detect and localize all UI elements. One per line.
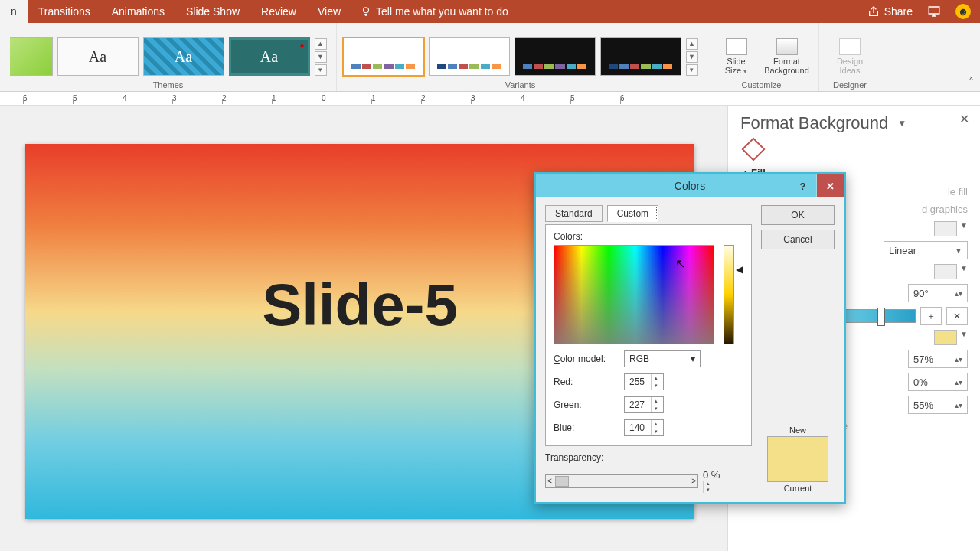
green-field: Green: 227▴▾ <box>554 396 743 413</box>
dialog-tabs: Standard Custom <box>545 205 752 222</box>
current-label: Current <box>784 484 812 493</box>
format-background-button[interactable]: FormatBackground <box>764 38 810 75</box>
ruler-tick: 1 <box>371 94 421 103</box>
caret-icon[interactable]: ▼ <box>960 330 968 345</box>
themes-scroll-down[interactable]: ▼ <box>315 51 327 63</box>
svg-rect-1 <box>929 7 939 14</box>
tab-standard[interactable]: Standard <box>545 205 603 222</box>
variants-scroll-down[interactable]: ▼ <box>686 51 698 63</box>
caret-icon[interactable]: ▼ <box>960 221 968 236</box>
color-model-label: Color model: <box>554 354 618 364</box>
dialog-title: Colors <box>675 180 705 192</box>
theme-thumb-2[interactable]: Aa <box>57 37 139 76</box>
share-icon <box>867 5 880 18</box>
position-spinner[interactable]: 57%▴▾ <box>908 350 968 368</box>
ribbon-tab-strip: n Transitions Animations Slide Show Revi… <box>0 0 980 23</box>
ruler-tick: 0 <box>322 94 371 103</box>
theme-thumb-4[interactable]: Aa● <box>229 37 310 76</box>
paint-bucket-icon[interactable] <box>741 137 765 161</box>
share-button[interactable]: Share <box>867 5 913 18</box>
tab-transitions[interactable]: Transitions <box>28 0 101 23</box>
slide-title: Slide-5 <box>262 270 458 340</box>
present-icon[interactable] <box>926 5 942 18</box>
pane-close-icon[interactable]: ✕ <box>959 112 969 126</box>
transparency-slider[interactable]: < > <box>545 474 698 488</box>
variants-scroll-up[interactable]: ▲ <box>686 38 698 50</box>
account-smiley-icon[interactable]: ☻ <box>956 4 971 19</box>
angle-spinner[interactable]: 90°▴▾ <box>908 284 968 302</box>
theme-aa-label: Aa <box>175 48 192 66</box>
themes-more[interactable]: ▾ <box>315 64 327 76</box>
luminance-slider[interactable]: ◀ <box>724 245 734 344</box>
themes-group-label: Themes <box>153 79 184 90</box>
add-stop-button[interactable]: ＋ <box>920 307 942 325</box>
remove-stop-button[interactable]: ✕ <box>946 307 968 325</box>
lightbulb-icon <box>361 6 371 17</box>
designer-group-label: Designer <box>833 79 867 90</box>
gradient-stop[interactable] <box>877 308 885 326</box>
pane-title-dropdown-icon[interactable]: ▼ <box>897 118 906 129</box>
dialog-titlebar[interactable]: Colors ? ✕ <box>536 174 844 197</box>
tell-me[interactable]: Tell me what you want to do <box>361 5 508 18</box>
colors-label: Colors: <box>554 231 743 242</box>
variant-3[interactable] <box>514 37 596 76</box>
red-field: Red: 255▴▾ <box>554 373 743 390</box>
caret-icon[interactable]: ▼ <box>960 264 968 279</box>
ruler-tick: 6 <box>23 94 73 103</box>
transparency-spinner[interactable]: 0 %▴▾ <box>703 469 752 493</box>
variant-2[interactable] <box>429 37 510 76</box>
customize-group-label: Customize <box>742 79 782 90</box>
slider-right-icon[interactable]: > <box>691 477 696 485</box>
ruler-tick: 6 <box>620 94 670 103</box>
pane-transparency-spinner[interactable]: 0%▴▾ <box>908 373 968 391</box>
theme-aa-label: Aa <box>89 48 106 66</box>
slider-thumb[interactable] <box>555 476 569 487</box>
variants-more[interactable]: ▾ <box>686 64 698 76</box>
cursor-icon: ↖ <box>675 256 685 271</box>
preview-swatch <box>767 436 828 482</box>
color-preview: New Current <box>761 425 835 493</box>
ruler-tick: 3 <box>471 94 521 103</box>
green-spinner[interactable]: 227▴▾ <box>624 396 664 413</box>
variant-4[interactable] <box>600 37 681 76</box>
dlg-transparency-label: Transparency: <box>545 452 752 463</box>
dialog-help-button[interactable]: ? <box>789 174 816 197</box>
pane-title: Format Background▼ <box>740 113 968 133</box>
tab-review[interactable]: Review <box>250 0 307 23</box>
ok-button[interactable]: OK <box>761 205 835 225</box>
tab-custom[interactable]: Custom <box>607 205 658 222</box>
direction-swatch[interactable] <box>934 221 957 236</box>
brightness-spinner[interactable]: 55%▴▾ <box>908 396 968 414</box>
color-model-field: Color model: RGB▾ <box>554 350 743 367</box>
ruler-tick: 2 <box>421 94 471 103</box>
tab-view[interactable]: View <box>307 0 351 23</box>
green-label: Green: <box>554 399 618 410</box>
variant-1[interactable] <box>343 37 424 76</box>
type-combo[interactable]: Linear▼ <box>884 241 968 259</box>
new-label: New <box>789 425 806 435</box>
tab-animations[interactable]: Animations <box>101 0 175 23</box>
tab-partial[interactable]: n <box>0 0 28 23</box>
ruler-tick: 1 <box>272 94 322 103</box>
theme-thumb-3[interactable]: Aa <box>143 37 224 76</box>
color-spectrum[interactable]: ↖ <box>554 245 714 344</box>
blue-spinner[interactable]: 140▴▾ <box>624 419 664 436</box>
format-background-icon <box>776 38 798 55</box>
slide-size-button[interactable]: SlideSize ▾ <box>714 38 760 76</box>
theme-aa-label: Aa <box>260 48 278 66</box>
theme-thumb-1[interactable] <box>10 37 53 76</box>
tab-slideshow[interactable]: Slide Show <box>175 0 250 23</box>
themes-scroll-up[interactable]: ▲ <box>315 38 327 50</box>
variants-group-label: Variants <box>505 79 536 90</box>
blue-label: Blue: <box>554 422 618 433</box>
direction2-swatch[interactable] <box>934 264 957 279</box>
slider-left-icon[interactable]: < <box>547 477 552 485</box>
ruler-tick: 4 <box>521 94 570 103</box>
stop-color-swatch[interactable] <box>934 330 957 345</box>
dialog-close-button[interactable]: ✕ <box>816 174 844 197</box>
red-spinner[interactable]: 255▴▾ <box>624 373 664 390</box>
collapse-ribbon-icon[interactable]: ˄ <box>969 76 974 88</box>
cancel-button[interactable]: Cancel <box>761 230 835 249</box>
red-label: Red: <box>554 377 618 387</box>
color-model-combo[interactable]: RGB▾ <box>624 350 701 367</box>
